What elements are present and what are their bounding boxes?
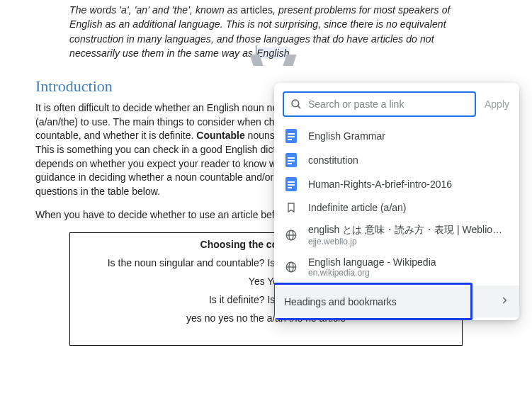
chevron-right-icon <box>499 295 509 307</box>
headings-and-bookmarks-row[interactable]: Headings and bookmarks <box>274 285 519 317</box>
link-suggestions: English Grammar constitution Human-Right… <box>274 123 519 320</box>
abstract-text-a: The words 'a', 'an' and 'the', known as <box>69 4 241 16</box>
p1-bold: Countable <box>196 130 244 141</box>
headings-label: Headings and bookmarks <box>284 296 397 307</box>
suggestion-title: english とは 意味・読み方・表現 | Weblio英和辞書 <box>308 224 509 237</box>
suggestion-doc[interactable]: English Grammar <box>274 124 519 148</box>
abstract-paragraph: The words 'a', 'an' and 'the', known as … <box>35 3 497 69</box>
suggestion-title: English Grammar <box>308 130 509 142</box>
docs-icon <box>285 177 297 191</box>
link-search-box[interactable] <box>283 91 476 117</box>
suggestion-doc[interactable]: Human-Rights-A-brief-intro-2016 <box>274 172 519 196</box>
suggestion-title: Indefinite article (a/an) <box>308 202 509 213</box>
link-popup: Apply English Grammar constitution Human… <box>274 83 519 320</box>
suggestion-title: Human-Rights-A-brief-intro-2016 <box>308 179 509 190</box>
suggestion-doc[interactable]: constitution <box>274 148 519 172</box>
svg-point-0 <box>292 100 299 107</box>
link-popup-header: Apply <box>274 83 519 123</box>
suggestion-web[interactable]: english とは 意味・読み方・表現 | Weblio英和辞書 ejje.w… <box>274 219 519 251</box>
search-icon <box>290 98 302 111</box>
svg-line-1 <box>298 106 300 108</box>
apply-button[interactable]: Apply <box>483 98 511 110</box>
globe-icon <box>285 261 298 273</box>
docs-icon <box>285 153 297 167</box>
suggestion-web[interactable]: English language - Wikipedia en.wikipedi… <box>274 251 519 283</box>
selected-word-wrap: English <box>256 46 290 60</box>
abstract-articles-word: articles <box>241 4 273 16</box>
suggestion-title: English language - Wikipedia <box>308 256 509 268</box>
suggestion-bookmark[interactable]: Indefinite article (a/an) <box>274 196 519 219</box>
docs-icon <box>285 129 297 143</box>
suggestion-subtitle: ejje.weblio.jp <box>308 237 509 247</box>
link-search-input[interactable] <box>307 98 469 111</box>
suggestion-title: constitution <box>308 154 509 166</box>
globe-icon <box>285 229 298 242</box>
suggestion-subtitle: en.wikipedia.org <box>308 268 509 278</box>
bookmark-icon <box>285 201 297 214</box>
